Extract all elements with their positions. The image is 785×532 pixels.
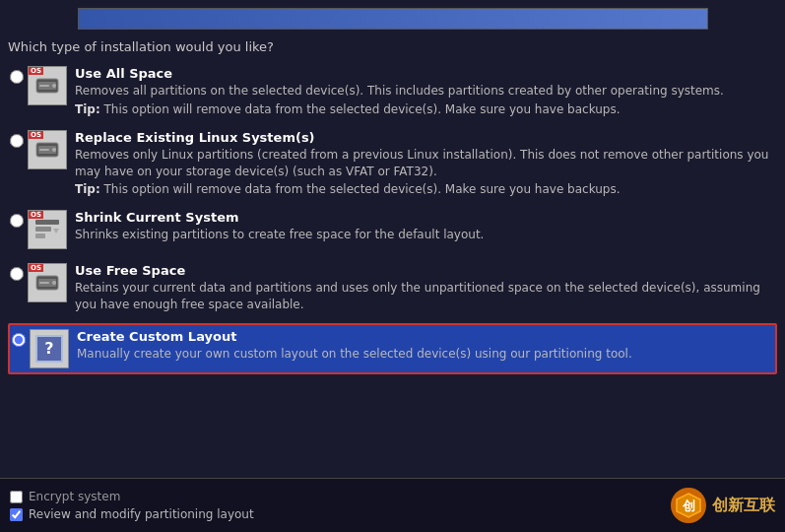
option-desc-shrink-current: Shrinks existing partitions to create fr…: [75, 227, 775, 243]
option-text-use-free-space: Use Free SpaceRetains your current data …: [75, 263, 775, 313]
shrink-icon: [33, 216, 61, 243]
option-title-shrink-current: Shrink Current System: [75, 210, 775, 225]
icon-use-all-space: OS: [28, 66, 67, 105]
bottom-bar: Encrypt system Review and modify partiti…: [0, 478, 785, 532]
option-title-create-custom: Create Custom Layout: [77, 329, 773, 344]
encrypt-checkbox[interactable]: [10, 491, 23, 503]
radio-wrap-shrink-current: [10, 214, 24, 231]
radio-wrap-replace-linux: [10, 134, 24, 151]
option-title-use-all-space: Use All Space: [75, 66, 775, 81]
encrypt-checkbox-row[interactable]: Encrypt system: [10, 490, 254, 503]
brand-logo: 创 创新互联: [671, 488, 775, 523]
svg-rect-7: [39, 149, 49, 151]
option-title-replace-linux: Replace Existing Linux System(s): [75, 130, 775, 145]
svg-point-6: [52, 148, 56, 152]
option-row-shrink-current[interactable]: OS Shrink Current SystemShrinks existing…: [8, 206, 777, 253]
option-row-create-custom[interactable]: ?Create Custom LayoutManually create you…: [8, 323, 777, 374]
installation-question: Which type of installation would you lik…: [8, 39, 777, 54]
option-desc-create-custom: Manually create your own custom layout o…: [77, 346, 773, 363]
option-text-shrink-current: Shrink Current SystemShrinks existing pa…: [75, 210, 775, 243]
option-text-use-all-space: Use All SpaceRemoves all partitions on t…: [75, 66, 775, 116]
option-text-create-custom: Create Custom LayoutManually create your…: [77, 329, 773, 363]
option-row-use-free-space[interactable]: OS Use Free SpaceRetains your current da…: [8, 259, 777, 317]
icon-use-free-space: OS: [28, 263, 67, 302]
svg-rect-10: [35, 233, 45, 238]
hdd-icon: [33, 136, 61, 164]
option-text-replace-linux: Replace Existing Linux System(s)Removes …: [75, 130, 775, 197]
review-label: Review and modify partitioning layout: [29, 507, 254, 521]
review-checkbox[interactable]: [10, 508, 23, 521]
radio-use-free-space[interactable]: [10, 267, 24, 281]
progress-bar-fill: [79, 9, 707, 29]
radio-use-all-space[interactable]: [10, 70, 24, 84]
brand-text: 创新互联: [712, 496, 775, 516]
progress-bar-container: [78, 8, 708, 30]
review-checkbox-row[interactable]: Review and modify partitioning layout: [10, 507, 254, 521]
question-mark-icon: ?: [35, 335, 63, 363]
radio-wrap-use-free-space: [10, 267, 24, 284]
options-container: OS Use All SpaceRemoves all partitions o…: [8, 62, 777, 374]
radio-shrink-current[interactable]: [10, 214, 24, 228]
hdd-icon: [33, 72, 61, 100]
option-row-use-all-space[interactable]: OS Use All SpaceRemoves all partitions o…: [8, 62, 777, 120]
brand-icon: 创: [671, 488, 706, 523]
option-title-use-free-space: Use Free Space: [75, 263, 775, 278]
option-desc-replace-linux: Removes only Linux partitions (created f…: [75, 147, 775, 180]
svg-rect-9: [35, 227, 51, 232]
svg-point-2: [52, 84, 56, 88]
option-desc-use-all-space: Removes all partitions on the selected d…: [75, 83, 775, 100]
svg-rect-14: [39, 282, 49, 284]
svg-point-13: [52, 281, 56, 285]
radio-wrap-use-all-space: [10, 70, 24, 87]
radio-wrap-create-custom: [12, 333, 26, 350]
checkboxes-group: Encrypt system Review and modify partiti…: [10, 490, 254, 521]
icon-shrink-current: OS: [28, 210, 67, 249]
radio-create-custom[interactable]: [12, 333, 26, 347]
icon-create-custom: ?: [30, 329, 69, 368]
option-desc-use-free-space: Retains your current data and partitions…: [75, 280, 775, 313]
svg-text:创: 创: [682, 499, 695, 513]
icon-replace-linux: OS: [28, 130, 67, 169]
encrypt-label: Encrypt system: [29, 490, 120, 503]
svg-rect-3: [39, 85, 49, 87]
radio-replace-linux[interactable]: [10, 134, 24, 148]
svg-rect-8: [35, 220, 59, 225]
option-tip-use-all-space: Tip: This option will remove data from t…: [75, 102, 775, 116]
hdd-icon: [33, 269, 61, 297]
option-tip-replace-linux: Tip: This option will remove data from t…: [75, 182, 775, 196]
option-row-replace-linux[interactable]: OS Replace Existing Linux System(s)Remov…: [8, 126, 777, 201]
